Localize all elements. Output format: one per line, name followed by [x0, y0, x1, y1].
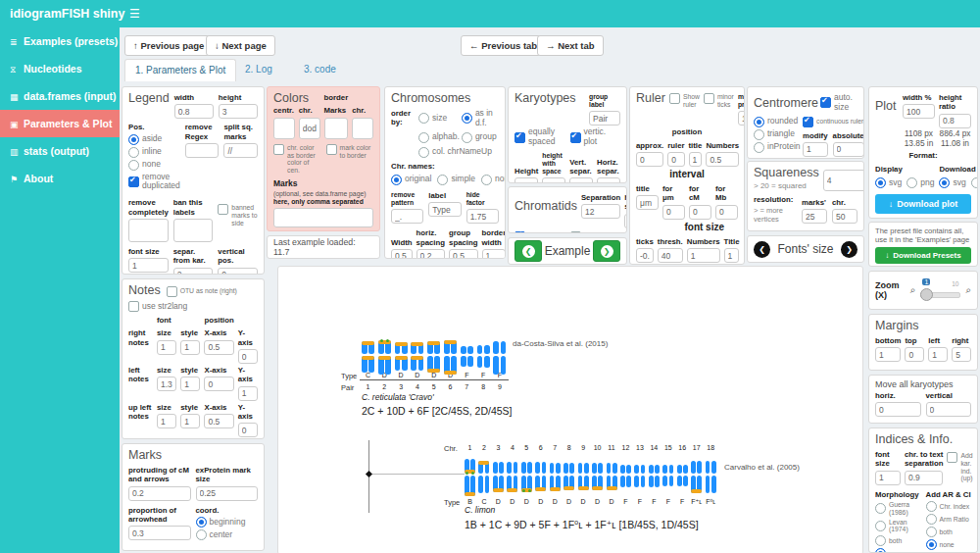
karyotypes-height-input[interactable]	[514, 177, 538, 183]
zoom-out-icon[interactable]: ⌕	[910, 284, 916, 296]
colors-centr-input[interactable]	[273, 118, 295, 139]
radio-icon[interactable]	[906, 177, 917, 188]
indices-font-input[interactable]	[875, 471, 901, 485]
margins-top-input[interactable]	[905, 347, 924, 362]
indices-morph-both[interactable]: both	[875, 535, 921, 546]
legend-ban-input[interactable]	[173, 219, 214, 242]
notes-left-x-input[interactable]	[204, 377, 233, 391]
colors-chr-as-border-checkbox[interactable]: chr. color as border color of cen.	[273, 144, 321, 175]
checkbox-icon[interactable]	[273, 144, 284, 155]
checkbox-icon[interactable]	[218, 204, 228, 215]
chromosomes-remove-pattern-input[interactable]	[391, 209, 423, 224]
menu-icon[interactable]: ☰	[129, 0, 140, 27]
indices-morph-guerra[interactable]: Guerra (1986)	[875, 501, 921, 517]
radio-icon[interactable]	[875, 548, 886, 553]
legend-separ-input[interactable]	[173, 268, 214, 275]
checkbox-icon[interactable]	[128, 176, 139, 187]
radio-icon[interactable]	[437, 175, 448, 185]
notes-right-y-input[interactable]	[238, 349, 258, 364]
centromere-absolute-input[interactable]	[833, 142, 864, 157]
ruler-position-input[interactable]	[667, 152, 684, 167]
radio-icon[interactable]	[875, 177, 886, 188]
karyotypes-hws-input[interactable]	[542, 177, 565, 183]
legend-height-input[interactable]	[219, 104, 258, 119]
download-presets-button[interactable]: ↓Download Presets	[875, 247, 971, 264]
radio-icon[interactable]	[875, 535, 886, 546]
chromatids-sep-input[interactable]	[581, 204, 620, 219]
next-example-button[interactable]: ❯	[593, 240, 620, 262]
checkbox-icon[interactable]	[128, 301, 139, 312]
ruler-cm-input[interactable]	[689, 205, 711, 220]
margins-left-input[interactable]	[928, 347, 948, 362]
chromosomes-names-simple[interactable]: simple	[437, 175, 475, 185]
chromosomes-names-none[interactable]: none	[481, 175, 506, 185]
marks-protruding-input[interactable]	[128, 486, 191, 501]
previous-tab-button[interactable]: ← Previous tab	[461, 35, 546, 56]
ruler-minor-checkbox[interactable]: minor ticks	[704, 93, 734, 109]
legend-remove-duplicated-checkbox[interactable]: remove duplicated	[128, 173, 180, 192]
chromosomes-names-original[interactable]: original	[391, 175, 431, 185]
plot-display-png[interactable]: png	[906, 177, 934, 188]
marks-coord-center[interactable]: center	[196, 529, 259, 540]
ruler-um-input[interactable]	[662, 205, 685, 220]
radio-icon[interactable]	[462, 132, 472, 143]
chromosomes-order-size[interactable]: size	[418, 109, 460, 128]
ruler-mintick-input[interactable]	[738, 111, 745, 126]
radio-icon[interactable]	[462, 113, 472, 124]
radio-icon[interactable]	[128, 160, 139, 171]
indices-ar-armratio[interactable]: Arm Ratio	[926, 514, 972, 525]
plot-download-png[interactable]: png	[971, 177, 978, 188]
colors-marks-border-input[interactable]	[324, 118, 349, 139]
checkbox-icon[interactable]	[167, 286, 177, 297]
karyotypes-equally-checkbox[interactable]: equally spaced	[514, 127, 565, 147]
centromere-auto-checkbox[interactable]: auto. size	[820, 93, 858, 113]
centromere-modify-input[interactable]	[803, 142, 828, 157]
sidebar-item-about[interactable]: ⚑About	[0, 165, 120, 192]
tab-code[interactable]: 3. code	[294, 59, 346, 80]
ruler-ititle-input[interactable]	[636, 195, 659, 210]
chromosomes-width-input[interactable]	[391, 249, 413, 259]
chromatids-forbid-checkbox[interactable]: hol. forbid	[570, 231, 613, 233]
legend-split-input[interactable]	[223, 143, 258, 158]
chromosomes-order-asdf[interactable]: as in d.f.	[462, 109, 499, 128]
radio-icon[interactable]	[196, 517, 207, 528]
sidebar-item-stats[interactable]: ▥stats (output)	[0, 137, 120, 165]
plot-ratio-input[interactable]	[939, 114, 971, 128]
legend-font-size-input[interactable]	[128, 258, 169, 273]
legend-remove-regex-input[interactable]	[185, 143, 220, 158]
notes-left-y-input[interactable]	[238, 386, 258, 401]
margins-bottom-input[interactable]	[875, 347, 901, 362]
colors-chr-border-input[interactable]	[352, 118, 373, 139]
squareness-chr-input[interactable]	[832, 209, 858, 224]
ruler-mb-input[interactable]	[715, 205, 738, 220]
move-vertical-input[interactable]	[926, 402, 972, 417]
sidebar-item-nucleotides[interactable]: ⧖Nucleotides	[0, 55, 120, 82]
notes-right-x-input[interactable]	[204, 340, 233, 355]
sidebar-item-parameters-plot[interactable]: ▣Parameters & Plot	[0, 110, 120, 137]
chromatids-holsep-input[interactable]	[624, 214, 627, 228]
plot-display-svg[interactable]: svg	[875, 177, 902, 188]
margins-right-input[interactable]	[952, 347, 971, 362]
previous-example-button[interactable]: ❮	[514, 240, 542, 262]
chromosomes-order-chrnameup[interactable]: col. chrNameUp	[418, 147, 499, 158]
radio-icon[interactable]	[128, 147, 139, 158]
radio-icon[interactable]	[875, 503, 886, 514]
notes-upleft-x-input[interactable]	[204, 414, 233, 428]
chromosomes-bwidth-input[interactable]	[482, 249, 507, 259]
move-horiz-input[interactable]	[875, 402, 921, 417]
legend-pos-aside[interactable]: aside	[128, 134, 180, 145]
legend-banned-side-checkbox[interactable]: banned marks to side	[218, 204, 258, 240]
ruler-thresh-input[interactable]	[658, 248, 683, 263]
marks-exprotein-input[interactable]	[196, 486, 259, 501]
indices-addkar-checkbox[interactable]: Add kar. ind. (up)	[947, 452, 976, 483]
checkbox-icon[interactable]	[803, 117, 813, 127]
indices-ar-both[interactable]: both	[926, 527, 972, 537]
centromere-continuous-checkbox[interactable]: continuous ruler	[803, 117, 864, 127]
notes-right-style-input[interactable]	[180, 340, 200, 355]
sidebar-item-dataframes[interactable]: ▦data.frames (input)	[0, 82, 120, 110]
radio-icon[interactable]	[939, 177, 950, 188]
checkbox-icon[interactable]	[326, 144, 337, 155]
chromosomes-label-input[interactable]	[428, 202, 461, 217]
centromere-inprotein[interactable]: inProtein	[754, 142, 799, 153]
ruler-fnumbers-input[interactable]	[687, 248, 720, 263]
